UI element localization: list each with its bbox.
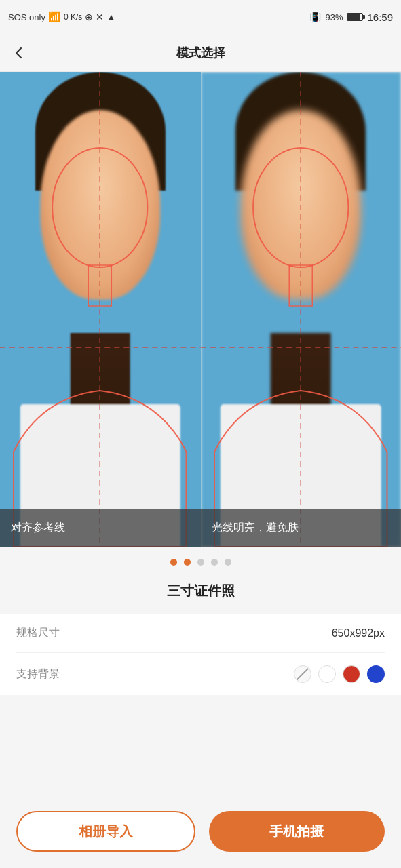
carousel-inner: 对齐参考线 xyxy=(0,72,401,547)
status-right: 📳 93% 16:59 xyxy=(309,12,393,23)
slide-caption-2: 光线明亮，避免肤 xyxy=(201,509,402,547)
import-button[interactable]: 相册导入 xyxy=(16,811,195,852)
mode-title: 三寸证件照 xyxy=(0,576,401,614)
capture-button[interactable]: 手机拍摄 xyxy=(209,811,385,852)
dot-4[interactable] xyxy=(211,559,218,566)
spec-label-bg: 支持背景 xyxy=(16,667,60,682)
vibrate-icon: 📳 xyxy=(309,12,321,22)
battery-icon xyxy=(347,13,363,21)
carousel[interactable]: 对齐参考线 xyxy=(0,72,401,547)
swatch-white[interactable] xyxy=(318,665,336,683)
back-button[interactable] xyxy=(11,45,27,61)
slide-caption-1: 对齐参考线 xyxy=(0,509,201,547)
dot-3[interactable] xyxy=(197,559,204,566)
spec-row-bg: 支持背景 xyxy=(16,653,385,695)
signal-icon: 📶 xyxy=(48,11,61,23)
specs-section: 规格尺寸 650x992px 支持背景 xyxy=(0,614,401,695)
face-2 xyxy=(241,110,361,300)
page-title: 模式选择 xyxy=(176,45,225,61)
dot-1[interactable] xyxy=(170,559,177,566)
carousel-dots xyxy=(0,547,401,576)
status-bar: SOS only 📶 0 K/s ⊕ ✕ ▲ 📳 93% 16:59 xyxy=(0,0,401,34)
dot-5[interactable] xyxy=(225,559,231,566)
time-display: 16:59 xyxy=(367,12,393,23)
header: 模式选择 xyxy=(0,34,401,72)
status-left: SOS only 📶 0 K/s ⊕ ✕ ▲ xyxy=(8,11,116,23)
swatch-none[interactable] xyxy=(294,665,311,683)
status-icons: ⊕ ✕ ▲ xyxy=(85,12,116,22)
dot-2[interactable] xyxy=(184,559,191,566)
carousel-slide-2: 光线明亮，避免肤 xyxy=(201,72,402,547)
bottom-pad xyxy=(0,709,401,783)
sos-text: SOS only xyxy=(8,12,45,22)
swatch-red[interactable] xyxy=(343,665,360,683)
battery-pct: 93% xyxy=(325,12,343,22)
swatch-blue[interactable] xyxy=(367,665,385,683)
spec-row-size: 规格尺寸 650x992px xyxy=(16,614,385,653)
spacer xyxy=(0,695,401,709)
bottom-buttons: 相册导入 手机拍摄 xyxy=(0,800,401,868)
spec-value-size: 650x992px xyxy=(332,627,385,639)
signal-speed: 0 K/s xyxy=(64,12,82,22)
spec-label-size: 规格尺寸 xyxy=(16,626,60,640)
bg-swatches xyxy=(294,665,385,683)
face-1 xyxy=(40,110,160,300)
carousel-slide-1: 对齐参考线 xyxy=(0,72,201,547)
